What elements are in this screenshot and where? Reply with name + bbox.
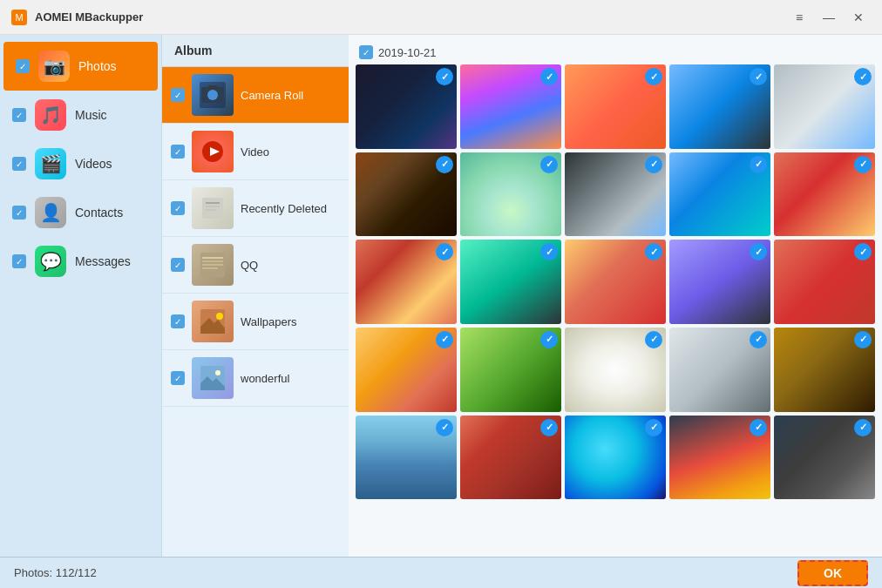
photo-check-18[interactable]: ✓ bbox=[645, 331, 662, 348]
photo-check-24[interactable]: ✓ bbox=[750, 419, 767, 436]
photo-cell-22[interactable]: ✓ bbox=[460, 416, 561, 500]
photo-cell-6[interactable]: ✓ bbox=[356, 152, 457, 237]
date-select-all-checkbox[interactable]: ✓ bbox=[359, 45, 373, 59]
photo-cell-1[interactable]: ✓ bbox=[356, 64, 457, 149]
wallpapers-thumb bbox=[192, 301, 234, 342]
photo-cell-5[interactable]: ✓ bbox=[774, 64, 875, 149]
photo-cell-15[interactable]: ✓ bbox=[774, 240, 875, 324]
app-title: AOMEI MBackupper bbox=[35, 10, 786, 24]
photos-checkbox[interactable]: ✓ bbox=[16, 59, 30, 73]
photo-cell-16[interactable]: ✓ bbox=[356, 328, 457, 412]
photo-cell-23[interactable]: ✓ bbox=[565, 416, 666, 500]
photo-cell-4[interactable]: ✓ bbox=[669, 64, 770, 149]
window-controls: ≡ — ✕ bbox=[786, 7, 872, 28]
wonderful-thumb bbox=[192, 357, 234, 399]
photo-cell-17[interactable]: ✓ bbox=[460, 328, 561, 412]
photo-check-23[interactable]: ✓ bbox=[645, 419, 662, 436]
contacts-icon: 👤 bbox=[35, 197, 66, 228]
camera-roll-name: Camera Roll bbox=[241, 89, 303, 102]
videos-label: Videos bbox=[75, 157, 112, 171]
photo-cell-18[interactable]: ✓ bbox=[565, 328, 666, 412]
photo-check-8[interactable]: ✓ bbox=[645, 156, 662, 173]
photo-cell-9[interactable]: ✓ bbox=[669, 152, 770, 237]
photo-check-11[interactable]: ✓ bbox=[436, 243, 453, 260]
photo-cell-20[interactable]: ✓ bbox=[774, 328, 875, 412]
photo-check-3[interactable]: ✓ bbox=[645, 68, 662, 85]
photo-cell-19[interactable]: ✓ bbox=[669, 328, 770, 412]
date-label: 2019-10-21 bbox=[378, 46, 437, 59]
photo-cell-8[interactable]: ✓ bbox=[565, 152, 666, 237]
photo-check-14[interactable]: ✓ bbox=[750, 243, 767, 260]
photo-cell-12[interactable]: ✓ bbox=[460, 240, 561, 324]
qq-name: QQ bbox=[241, 259, 258, 272]
photo-cell-2[interactable]: ✓ bbox=[460, 64, 561, 149]
album-item-camera-roll[interactable]: ✓ Camera Roll bbox=[162, 67, 349, 124]
photo-check-9[interactable]: ✓ bbox=[750, 156, 767, 173]
photo-check-25[interactable]: ✓ bbox=[854, 419, 872, 436]
videos-icon: 🎬 bbox=[35, 148, 66, 179]
photo-check-2[interactable]: ✓ bbox=[540, 68, 558, 85]
photo-cell-3[interactable]: ✓ bbox=[565, 64, 666, 149]
photo-cell-11[interactable]: ✓ bbox=[356, 240, 457, 324]
close-button[interactable]: ✕ bbox=[845, 7, 872, 28]
photo-panel[interactable]: ✓ 2019-10-21 ✓✓✓✓✓✓✓✓✓✓✓✓✓✓✓✓✓✓✓✓✓✓✓✓✓ bbox=[349, 35, 882, 557]
sidebar-item-messages[interactable]: ✓ 💬 Messages bbox=[0, 237, 161, 286]
photo-check-15[interactable]: ✓ bbox=[854, 243, 872, 260]
photo-check-10[interactable]: ✓ bbox=[854, 156, 872, 173]
photo-check-7[interactable]: ✓ bbox=[540, 156, 558, 173]
album-item-wonderful[interactable]: ✓ wonderful bbox=[162, 350, 349, 407]
sidebar-item-music[interactable]: ✓ 🎵 Music bbox=[0, 91, 161, 139]
titlebar: M AOMEI MBackupper ≡ — ✕ bbox=[0, 0, 882, 35]
video-thumb bbox=[192, 131, 234, 172]
photo-check-1[interactable]: ✓ bbox=[436, 68, 453, 85]
photo-cell-21[interactable]: ✓ bbox=[356, 416, 457, 500]
photo-check-21[interactable]: ✓ bbox=[436, 419, 453, 436]
album-item-recently-deleted[interactable]: ✓ Recently Deleted bbox=[162, 180, 349, 237]
menu-button[interactable]: ≡ bbox=[786, 7, 812, 28]
photo-check-4[interactable]: ✓ bbox=[750, 68, 767, 85]
album-item-video[interactable]: ✓ Video bbox=[162, 124, 349, 180]
album-item-qq[interactable]: ✓ QQ bbox=[162, 237, 349, 294]
photo-check-22[interactable]: ✓ bbox=[540, 419, 558, 436]
photo-check-17[interactable]: ✓ bbox=[540, 331, 558, 348]
minimize-button[interactable]: — bbox=[816, 7, 842, 28]
wonderful-checkbox[interactable]: ✓ bbox=[171, 371, 185, 385]
photo-cell-7[interactable]: ✓ bbox=[460, 152, 561, 237]
photo-check-20[interactable]: ✓ bbox=[854, 331, 872, 348]
wonderful-name: wonderful bbox=[241, 372, 289, 385]
photo-check-6[interactable]: ✓ bbox=[436, 156, 453, 173]
main-container: ✓ 📷 Photos ✓ 🎵 Music ✓ 🎬 Videos ✓ 👤 Cont… bbox=[0, 35, 882, 557]
photo-check-13[interactable]: ✓ bbox=[645, 243, 662, 260]
date-header: ✓ 2019-10-21 bbox=[356, 42, 875, 64]
camera-roll-thumb bbox=[192, 74, 234, 116]
photo-cell-14[interactable]: ✓ bbox=[669, 240, 770, 324]
video-name: Video bbox=[241, 145, 269, 159]
photo-grid: ✓✓✓✓✓✓✓✓✓✓✓✓✓✓✓✓✓✓✓✓✓✓✓✓✓ bbox=[356, 64, 875, 499]
album-item-wallpapers[interactable]: ✓ Wallpapers bbox=[162, 294, 349, 350]
photo-cell-13[interactable]: ✓ bbox=[565, 240, 666, 324]
video-checkbox[interactable]: ✓ bbox=[171, 145, 185, 159]
photo-check-12[interactable]: ✓ bbox=[540, 243, 558, 260]
sidebar-item-photos[interactable]: ✓ 📷 Photos bbox=[3, 42, 158, 91]
camera-roll-checkbox[interactable]: ✓ bbox=[171, 88, 185, 102]
photo-cell-25[interactable]: ✓ bbox=[774, 416, 875, 500]
photos-count: Photos: 112/112 bbox=[14, 566, 97, 579]
ok-button[interactable]: OK bbox=[797, 560, 868, 586]
photo-cell-24[interactable]: ✓ bbox=[669, 416, 770, 500]
wallpapers-checkbox[interactable]: ✓ bbox=[171, 314, 185, 328]
wallpapers-name: Wallpapers bbox=[241, 315, 297, 328]
messages-checkbox[interactable]: ✓ bbox=[12, 254, 26, 268]
photo-cell-10[interactable]: ✓ bbox=[774, 152, 875, 237]
recently-deleted-checkbox[interactable]: ✓ bbox=[171, 201, 185, 215]
qq-checkbox[interactable]: ✓ bbox=[171, 258, 185, 272]
photo-check-19[interactable]: ✓ bbox=[750, 331, 767, 348]
statusbar: Photos: 112/112 OK bbox=[0, 557, 882, 588]
sidebar-item-contacts[interactable]: ✓ 👤 Contacts bbox=[0, 188, 161, 237]
contacts-checkbox[interactable]: ✓ bbox=[12, 206, 26, 220]
photo-check-5[interactable]: ✓ bbox=[854, 68, 872, 85]
videos-checkbox[interactable]: ✓ bbox=[12, 157, 26, 171]
photo-check-16[interactable]: ✓ bbox=[436, 331, 453, 348]
sidebar-item-videos[interactable]: ✓ 🎬 Videos bbox=[0, 139, 161, 188]
qq-thumb bbox=[192, 244, 234, 286]
music-checkbox[interactable]: ✓ bbox=[12, 108, 26, 122]
